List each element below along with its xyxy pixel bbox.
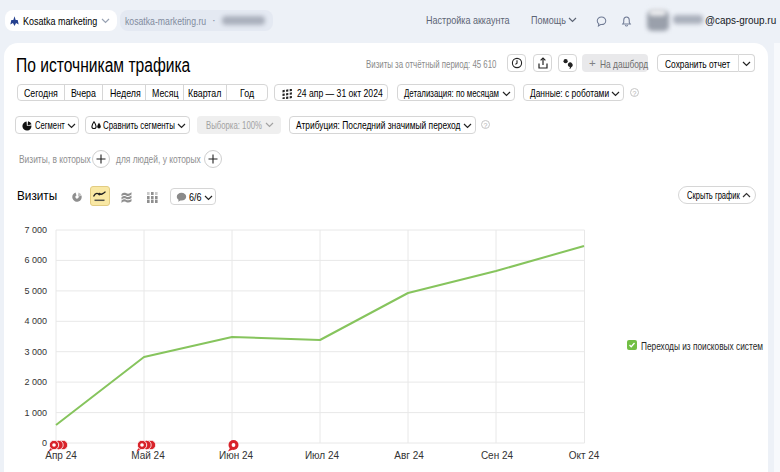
svg-text:0: 0 (42, 438, 47, 448)
svg-text:7 000: 7 000 (24, 225, 47, 235)
svg-text:4 000: 4 000 (24, 316, 47, 326)
svg-text:Июл 24: Июл 24 (305, 450, 340, 461)
svg-text:Авг 24: Авг 24 (394, 450, 424, 461)
svg-text:Окт 24: Окт 24 (569, 450, 600, 461)
svg-text:5 000: 5 000 (24, 286, 47, 296)
svg-text:1 000: 1 000 (24, 408, 47, 418)
svg-text:Апр 24: Апр 24 (45, 450, 77, 461)
svg-text:Июн 24: Июн 24 (219, 450, 254, 461)
svg-text:2 000: 2 000 (24, 377, 47, 387)
svg-text:6 000: 6 000 (24, 255, 47, 265)
svg-text:Май 24: Май 24 (131, 450, 165, 461)
svg-text:3 000: 3 000 (24, 347, 47, 357)
svg-text:Сен 24: Сен 24 (481, 450, 514, 461)
